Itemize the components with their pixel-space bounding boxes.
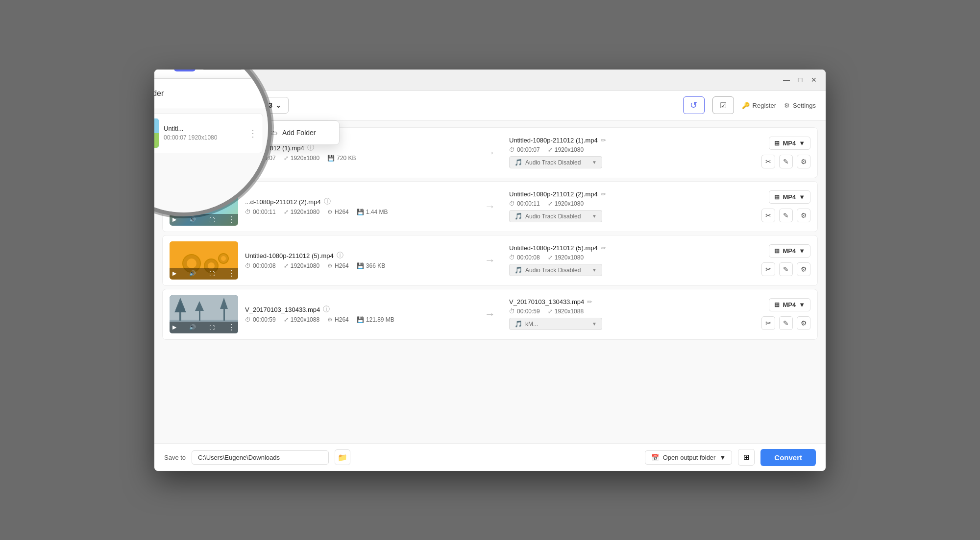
more-options-icon[interactable]: ⋮ [227,269,235,278]
audio-track-dropdown-4[interactable]: 🎵 kM... ▼ [509,318,602,330]
input-size: 121.89 MB [366,316,394,323]
mag-dropdown-arrow-button[interactable]: ⌄ [174,70,196,72]
edit-action-icon[interactable]: ✎ [779,316,793,330]
add-folder-item[interactable]: 🗁 Add Folder [262,124,339,141]
action-icons-3: ✂ ✎ ⚙ [761,262,810,276]
mag-add-folder-item[interactable]: 🗂 Add Folder [154,82,268,106]
codec-icon: ⚙ [327,209,333,215]
resolution-icon: ⤢ [548,254,553,261]
input-resolution: 1920x1080 [291,262,319,269]
resolution-icon: ⤢ [548,146,553,153]
output-actions-2: ⊞ MP4 ▼ ✂ ✎ ⚙ [742,190,810,222]
svg-point-14 [221,256,226,261]
grid-view-button[interactable]: ⊞ [738,449,755,466]
edit-action-icon[interactable]: ✎ [779,262,793,276]
mag-format-dropdown[interactable]: MP3 ⌄ [201,70,244,70]
codec-icon: ⚙ [327,316,333,323]
audio-track-label: Audio Track Disabled [525,267,581,274]
fullscreen-icon[interactable]: ⛶ [209,325,215,330]
checklist-button[interactable]: ☑ [712,96,734,114]
arrow-separator: → [478,308,502,321]
register-button[interactable]: 🔑 Register [742,102,776,109]
output-resolution: 1920x1080 [555,146,584,153]
output-resolution: 1920x1080 [555,200,584,207]
edit-icon[interactable]: ✏ [601,244,606,252]
cut-icon[interactable]: ✂ [761,155,775,168]
info-icon[interactable]: ⓘ [323,305,330,314]
audio-track-dropdown-3[interactable]: 🎵 Audio Track Disabled ▼ [509,264,602,276]
input-size: 366 KB [366,262,385,269]
audio-track-label: kM... [525,321,538,328]
maximize-button[interactable]: □ [796,76,804,84]
save-path-input[interactable] [192,450,329,465]
cut-icon[interactable]: ✂ [761,262,775,276]
output-duration: 00:00:07 [517,146,540,153]
cut-icon[interactable]: ✂ [761,316,775,330]
fullscreen-icon[interactable]: ⛶ [209,271,215,277]
convert-button[interactable]: Convert [760,449,816,466]
edit-action-icon[interactable]: ✎ [779,155,793,168]
play-icon[interactable]: ▶ [172,270,176,277]
input-duration: 00:00:59 [253,316,276,323]
arrow-separator: → [478,146,502,159]
mag-add-files-button[interactable]: 📄 Add Files [154,70,168,70]
settings-button[interactable]: ⚙ Settings [784,102,816,109]
output-actions-1: ⊞ MP4 ▼ ✂ ✎ ⚙ [742,137,810,168]
refresh-convert-button[interactable]: ↺ [683,96,705,114]
audio-track-dropdown-1[interactable]: 🎵 Audio Track Disabled ▼ [509,156,602,168]
format-badge-3[interactable]: ⊞ MP4 ▼ [769,244,810,258]
minimize-button[interactable]: — [783,76,790,84]
format-badge-1[interactable]: ⊞ MP4 ▼ [769,137,810,150]
volume-icon[interactable]: 🔊 [189,270,196,277]
app-window: 📄 Add Files ⌄ MP3 ⌄ 🗂 Add Folder [154,70,826,471]
file-info-4: V_20170103_130433.mp4 ⓘ ⏱ 00:00:59 ⤢ 192… [238,305,478,323]
format-down-icon: ▼ [799,247,805,255]
browse-folder-button[interactable]: 📁 [335,449,350,465]
edit-icon[interactable]: ✏ [587,298,592,305]
audio-chevron-icon: ▼ [592,160,597,165]
format-badge-2[interactable]: ⊞ MP4 ▼ [769,190,810,204]
clock-icon: ⏱ [509,308,515,315]
info-icon[interactable]: ⓘ [307,143,314,152]
volume-icon[interactable]: 🔊 [189,324,196,330]
resolution-icon: ⤢ [284,316,289,323]
format-badge-4[interactable]: ⊞ MP4 ▼ [769,298,810,311]
codec-icon: ⚙ [327,262,333,269]
info-icon[interactable]: ⓘ [337,251,343,260]
magnifier-more-icon[interactable]: ⋮ [248,127,258,139]
play-icon[interactable]: ▶ [172,324,176,330]
fx-icon[interactable]: ⚙ [797,209,810,222]
more-options-icon[interactable]: ⋮ [227,323,235,332]
svg-rect-1 [154,133,159,148]
fx-icon[interactable]: ⚙ [797,316,810,330]
output-info-2: Untitled-1080p-211012 (2).mp4 ✏ ⏱ 00:00:… [502,190,742,222]
open-output-folder-button[interactable]: 📅 Open output folder ▼ [645,450,733,465]
audio-track-dropdown-2[interactable]: 🎵 Audio Track Disabled ▼ [509,210,602,222]
format-chevron-icon: ⌄ [275,101,281,109]
clock-icon: ⏱ [509,254,515,261]
fx-icon[interactable]: ⚙ [797,155,810,168]
filesize-icon: 💾 [357,262,364,269]
table-row: ▶ 🔊 ⛶ ⋮ V_20170103_130433.mp4 ⓘ ⏱ 00:00:… [162,289,818,340]
audio-icon: 🎵 [514,159,522,166]
output-duration: 00:00:11 [517,200,540,207]
info-icon[interactable]: ⓘ [324,197,331,206]
more-options-icon[interactable]: ⋮ [227,215,235,224]
save-to-label: Save to [164,454,186,461]
edit-icon[interactable]: ✏ [601,190,606,198]
input-duration: 00:00:08 [253,262,276,269]
volume-icon[interactable]: 🔊 [189,216,196,223]
input-codec: H264 [335,209,349,215]
fx-icon[interactable]: ⚙ [797,262,810,276]
close-button[interactable]: ✕ [810,76,818,84]
format-down-icon: ▼ [799,193,805,201]
edit-action-icon[interactable]: ✎ [779,209,793,222]
fullscreen-icon[interactable]: ⛶ [209,217,215,223]
output-filename: Untitled-1080p-211012 (2).mp4 [509,190,598,198]
cut-icon[interactable]: ✂ [761,209,775,222]
input-resolution: 1920x1080 [291,155,319,162]
output-info-4: V_20170103_130433.mp4 ✏ ⏱ 00:00:59 ⤢ 192… [502,298,742,330]
output-resolution: 1920x1088 [555,308,584,315]
play-icon[interactable]: ▶ [172,216,176,223]
edit-icon[interactable]: ✏ [601,137,606,144]
